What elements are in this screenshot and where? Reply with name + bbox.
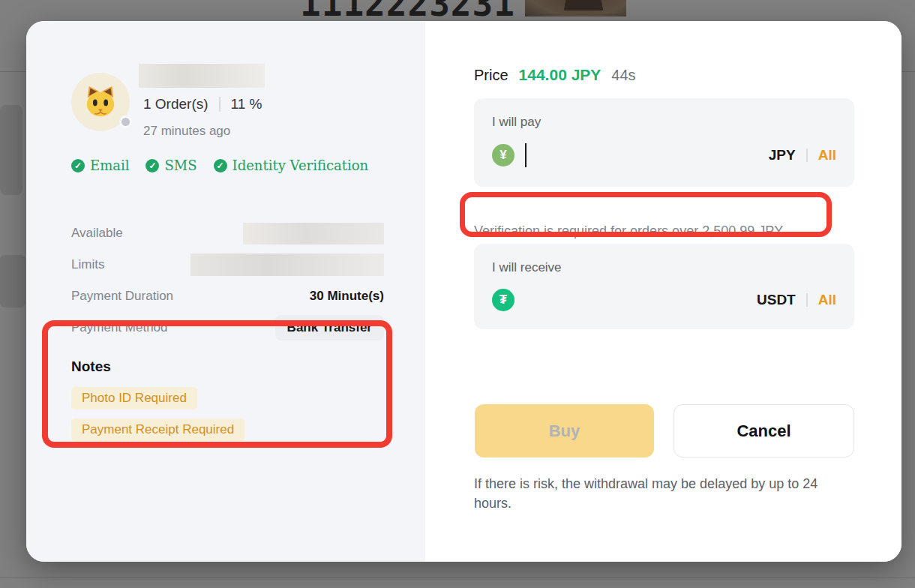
limits-value-redacted — [190, 254, 384, 276]
check-icon: ✓ — [214, 159, 227, 172]
advertiser-stats: 1 Order(s) 11 % — [143, 96, 262, 112]
identity-verified-badge: ✓ Identity Verification — [214, 158, 369, 173]
order-form-panel: Price 144.00 JPY 44s I will pay ¥ JPY Al… — [425, 21, 902, 562]
cat-emoji-icon — [83, 85, 118, 119]
sms-verified-badge: ✓ SMS — [146, 158, 196, 173]
advertiser-name-redacted — [139, 64, 265, 88]
pay-all-button[interactable]: All — [818, 147, 836, 164]
order-count: 1 Order(s) — [143, 96, 208, 112]
pay-label: I will pay — [492, 115, 836, 130]
check-icon: ✓ — [146, 159, 159, 172]
offline-status-dot — [119, 116, 132, 128]
avatar[interactable] — [71, 73, 130, 131]
cancel-button[interactable]: Cancel — [674, 404, 854, 458]
divider — [806, 148, 808, 162]
price-refresh-countdown: 44s — [611, 67, 635, 84]
stat-divider — [219, 97, 220, 112]
payment-method-row: Payment Method Bank Transfer — [71, 316, 384, 339]
available-value-redacted — [243, 223, 384, 244]
price-row: Price 144.00 JPY 44s — [474, 66, 636, 84]
divider — [806, 293, 808, 307]
receive-currency-code: USDT — [757, 292, 796, 308]
yen-icon: ¥ — [492, 144, 514, 166]
text-cursor — [525, 143, 526, 167]
pay-amount-box[interactable]: I will pay ¥ JPY All — [474, 98, 854, 187]
email-verified-badge: ✓ Email — [71, 158, 129, 173]
receive-label: I will receive — [492, 260, 836, 275]
receive-amount-box[interactable]: I will receive ₮ USDT All — [474, 244, 854, 329]
note-tag: Photo ID Required — [71, 387, 197, 410]
buy-button[interactable]: Buy — [475, 404, 654, 458]
receive-all-button[interactable]: All — [818, 292, 836, 308]
badge-label: SMS — [164, 158, 196, 173]
buy-order-modal: 1 Order(s) 11 % 27 minutes ago ✓ Email ✓… — [26, 21, 902, 562]
receive-input-row: ₮ USDT All — [492, 289, 836, 311]
pay-currency-code: JPY — [769, 147, 796, 164]
notes-title: Notes — [71, 358, 111, 375]
ad-info-rows: Available Limits Payment Duration 30 Min… — [71, 222, 384, 348]
risk-note: If there is risk, the withdrawal may be … — [474, 474, 856, 513]
payment-method-pill: Bank Transfer — [275, 315, 384, 340]
available-row: Available — [71, 222, 384, 244]
verification-badges: ✓ Email ✓ SMS ✓ Identity Verification — [71, 158, 368, 173]
price-value: 144.00 JPY — [519, 66, 602, 84]
limits-row: Limits — [71, 254, 384, 276]
receive-right-controls: USDT All — [757, 292, 836, 308]
tether-icon: ₮ — [492, 289, 514, 311]
row-label: Payment Duration — [71, 289, 173, 304]
row-label: Available — [71, 226, 123, 241]
price-label: Price — [474, 67, 508, 84]
advertiser-panel: 1 Order(s) 11 % 27 minutes ago ✓ Email ✓… — [26, 21, 425, 562]
row-label: Payment Method — [71, 320, 168, 335]
completion-rate: 11 % — [231, 96, 262, 112]
badge-label: Identity Verification — [232, 158, 369, 173]
row-label: Limits — [71, 257, 104, 272]
note-tag: Payment Receipt Required — [71, 418, 244, 441]
payment-duration-row: Payment Duration 30 Minute(s) — [71, 285, 384, 308]
pay-input-row: ¥ JPY All — [492, 143, 836, 167]
last-seen: 27 minutes ago — [143, 124, 230, 139]
check-icon: ✓ — [71, 159, 85, 172]
verification-warning: Verification is required for orders over… — [474, 224, 783, 239]
pay-right-controls: JPY All — [769, 147, 836, 164]
payment-duration-value: 30 Minute(s) — [310, 289, 384, 304]
badge-label: Email — [90, 158, 129, 173]
